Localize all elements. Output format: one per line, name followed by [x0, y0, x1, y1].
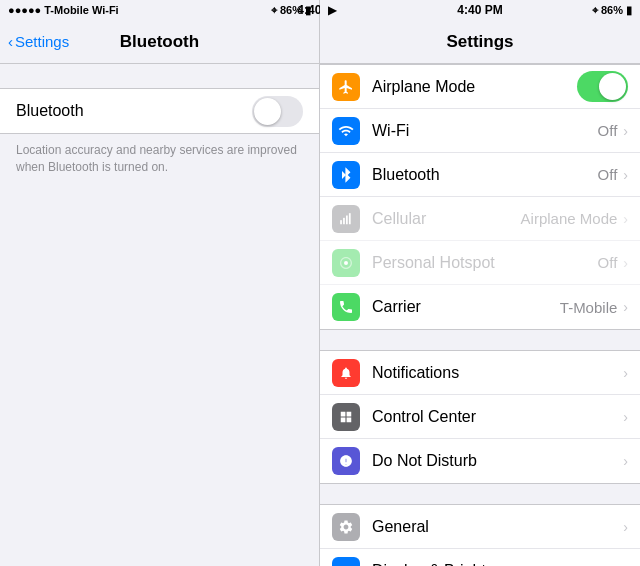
notifications-group: Notifications › Control Center › Do Not … — [320, 350, 640, 484]
notifications-item[interactable]: Notifications › — [320, 351, 640, 395]
bluetooth-settings-label: Bluetooth — [372, 166, 598, 184]
wifi-icon — [332, 117, 360, 145]
wifi-label: Wi-Fi — [372, 122, 598, 140]
do-not-disturb-item[interactable]: Do Not Disturb › — [320, 439, 640, 483]
general-label: General — [372, 518, 623, 536]
right-battery-icon: ▮ — [626, 4, 632, 17]
display-brightness-item[interactable]: AA Display & Brightness › — [320, 549, 640, 566]
hotspot-item: Personal Hotspot Off › — [320, 241, 640, 285]
cellular-label: Cellular — [372, 210, 521, 228]
airplane-mode-item[interactable]: Airplane Mode — [320, 65, 640, 109]
connectivity-group: Airplane Mode Wi-Fi Off › Bluetooth — [320, 64, 640, 330]
left-panel: ●●●●● T-Mobile Wi-Fi 4:40 PM ⌖ 86% ▮ ‹ S… — [0, 0, 320, 566]
do-not-disturb-chevron-icon: › — [623, 453, 628, 469]
right-content: Airplane Mode Wi-Fi Off › Bluetooth — [320, 64, 640, 566]
wifi-value: Off — [598, 122, 618, 139]
back-button[interactable]: ‹ Settings — [8, 33, 69, 50]
right-nav-bar: Settings — [320, 20, 640, 64]
general-item[interactable]: General › — [320, 505, 640, 549]
cellular-item: Cellular Airplane Mode › — [320, 197, 640, 241]
svg-point-4 — [344, 261, 348, 265]
bluetooth-settings-item[interactable]: Bluetooth Off › — [320, 153, 640, 197]
general-group: General › AA Display & Brightness › — [320, 504, 640, 566]
right-page-title: Settings — [446, 32, 513, 52]
carrier-label: Carrier — [372, 298, 560, 316]
right-time: 4:40 PM — [457, 3, 502, 17]
airplane-toggle[interactable] — [577, 71, 628, 102]
right-battery-label: 86% — [601, 4, 623, 16]
right-right-status: ⌖ 86% ▮ — [592, 4, 632, 17]
left-content: Bluetooth Location accuracy and nearby s… — [0, 64, 319, 566]
svg-rect-2 — [346, 215, 348, 224]
carrier-wifi: ●●●●● T-Mobile Wi-Fi — [8, 4, 119, 16]
airplane-mode-label: Airplane Mode — [372, 78, 577, 96]
toggle-thumb — [254, 98, 281, 125]
bluetooth-row[interactable]: Bluetooth — [0, 89, 319, 133]
left-page-title: Bluetooth — [120, 32, 199, 52]
svg-rect-1 — [343, 217, 345, 223]
signal-dots: ●●●●● — [8, 4, 41, 16]
right-signal-icon: ▶ — [328, 4, 336, 17]
notifications-chevron-icon: › — [623, 365, 628, 381]
notifications-icon — [332, 359, 360, 387]
left-nav-bar: ‹ Settings Bluetooth — [0, 20, 319, 64]
cellular-icon — [332, 205, 360, 233]
hotspot-icon — [332, 249, 360, 277]
carrier-icon — [332, 293, 360, 321]
bluetooth-toggle[interactable] — [252, 96, 303, 127]
general-chevron-icon: › — [623, 519, 628, 535]
bluetooth-settings-icon — [332, 161, 360, 189]
svg-rect-0 — [340, 220, 342, 224]
cellular-chevron-icon: › — [623, 211, 628, 227]
bluetooth-hint: Location accuracy and nearby services ar… — [0, 134, 319, 192]
control-center-icon — [332, 403, 360, 431]
wifi-item[interactable]: Wi-Fi Off › — [320, 109, 640, 153]
right-panel: ▶ 4:40 PM ⌖ 86% ▮ Settings Airplane Mode — [320, 0, 640, 566]
carrier-chevron-icon: › — [623, 299, 628, 315]
general-icon — [332, 513, 360, 541]
notifications-label: Notifications — [372, 364, 623, 382]
bluetooth-chevron-icon: › — [623, 167, 628, 183]
control-center-label: Control Center — [372, 408, 623, 426]
display-brightness-icon: AA — [332, 557, 360, 566]
back-label: Settings — [15, 33, 69, 50]
right-location-icon: ⌖ — [592, 4, 598, 17]
control-center-item[interactable]: Control Center › — [320, 395, 640, 439]
left-status-bar: ●●●●● T-Mobile Wi-Fi 4:40 PM ⌖ 86% ▮ — [0, 0, 319, 20]
carrier-item[interactable]: Carrier T-Mobile › — [320, 285, 640, 329]
airplane-mode-icon — [332, 73, 360, 101]
hotspot-value: Off — [598, 254, 618, 271]
bluetooth-section: Bluetooth — [0, 88, 319, 134]
svg-rect-3 — [349, 213, 351, 224]
hotspot-label: Personal Hotspot — [372, 254, 598, 272]
display-brightness-label: Display & Brightness — [372, 562, 623, 566]
wifi-chevron-icon: › — [623, 123, 628, 139]
carrier-value: T-Mobile — [560, 299, 618, 316]
cellular-value: Airplane Mode — [521, 210, 618, 227]
do-not-disturb-icon — [332, 447, 360, 475]
do-not-disturb-label: Do Not Disturb — [372, 452, 623, 470]
carrier-label: T-Mobile Wi-Fi — [44, 4, 118, 16]
control-center-chevron-icon: › — [623, 409, 628, 425]
chevron-left-icon: ‹ — [8, 33, 13, 50]
bluetooth-label: Bluetooth — [16, 102, 252, 120]
airplane-toggle-thumb — [599, 73, 626, 100]
right-status-bar: ▶ 4:40 PM ⌖ 86% ▮ — [320, 0, 640, 20]
hotspot-chevron-icon: › — [623, 255, 628, 271]
bluetooth-settings-value: Off — [598, 166, 618, 183]
location-icon: ⌖ — [271, 4, 277, 17]
